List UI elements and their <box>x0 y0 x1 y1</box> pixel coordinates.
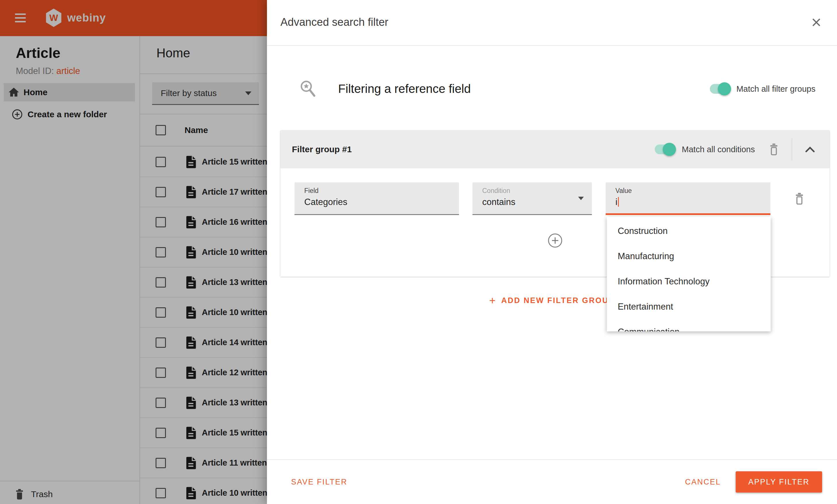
match-all-conditions-label: Match all conditions <box>682 145 755 154</box>
chevron-down-icon <box>578 197 584 200</box>
close-icon[interactable] <box>811 17 822 28</box>
filter-group-header: Filter group #1 Match all conditions <box>281 130 830 168</box>
add-new-filter-group-label: ADD NEW FILTER GROUP <box>501 296 615 305</box>
advanced-search-filter-dialog: Advanced search filter Filtering a refer… <box>267 0 837 504</box>
filter-name-heading: Filtering a reference field <box>338 82 471 96</box>
apply-filter-button[interactable]: APPLY FILTER <box>736 471 822 492</box>
add-condition-button[interactable] <box>547 233 563 248</box>
dropdown-option[interactable]: Construction <box>607 219 771 244</box>
dropdown-option[interactable]: Information Technology <box>607 269 771 294</box>
collapse-group-button[interactable] <box>805 146 815 152</box>
value-text: i <box>616 197 618 207</box>
trash-outline-icon <box>794 192 805 205</box>
dropdown-option[interactable]: Manufacturing <box>607 244 771 269</box>
chevron-up-icon <box>805 146 815 152</box>
vertical-divider <box>791 138 792 161</box>
dialog-header: Advanced search filter <box>267 0 837 46</box>
condition-label: Condition <box>482 187 592 195</box>
save-filter-button[interactable]: SAVE FILTER <box>289 477 349 487</box>
dropdown-option[interactable]: Entertainment <box>607 294 771 319</box>
search-star-icon <box>299 78 319 99</box>
filter-group-title: Filter group #1 <box>292 145 352 154</box>
condition-value: contains <box>482 197 592 207</box>
match-all-groups-label: Match all filter groups <box>736 84 816 94</box>
trash-outline-icon <box>769 143 779 156</box>
dialog-title: Advanced search filter <box>281 16 388 29</box>
match-all-conditions-toggle[interactable] <box>655 145 675 154</box>
field-label: Field <box>304 187 459 195</box>
delete-group-button[interactable] <box>769 143 779 156</box>
field-value: Categories <box>304 197 459 207</box>
value-input[interactable]: Value i <box>606 182 770 215</box>
plus-icon: + <box>489 295 495 306</box>
text-cursor <box>618 197 619 207</box>
value-label: Value <box>616 187 770 195</box>
dropdown-option[interactable]: Communication <box>607 319 771 331</box>
delete-condition-button[interactable] <box>794 192 805 205</box>
field-select[interactable]: Field Categories <box>295 182 459 215</box>
cancel-button[interactable]: CANCEL <box>683 477 723 487</box>
value-options-dropdown: Construction Manufacturing Information T… <box>607 217 771 331</box>
webiny-app: W webiny Article Model ID: article Home … <box>0 0 837 504</box>
match-all-groups-toggle[interactable] <box>710 84 730 94</box>
filter-title-section: Filtering a reference field Match all fi… <box>299 77 816 101</box>
dialog-footer: SAVE FILTER CANCEL APPLY FILTER <box>267 459 837 504</box>
condition-select[interactable]: Condition contains <box>473 182 592 215</box>
